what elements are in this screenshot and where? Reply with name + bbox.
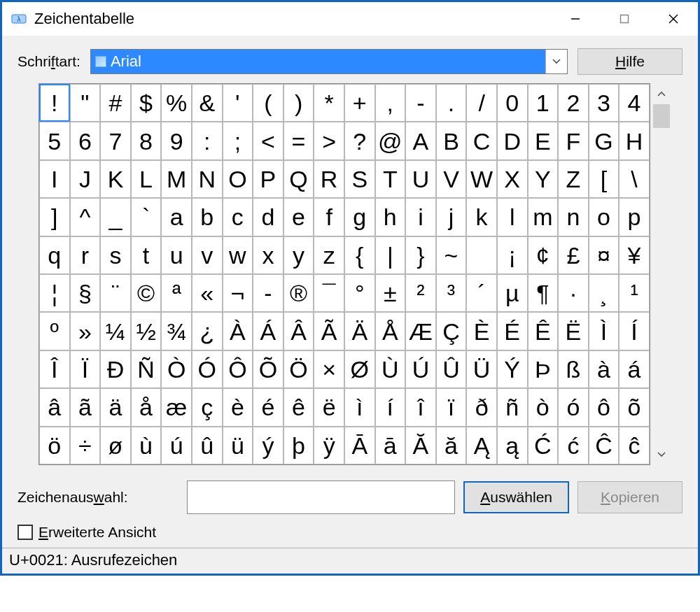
- character-cell[interactable]: \: [619, 160, 650, 198]
- character-cell[interactable]: v: [192, 236, 223, 274]
- character-cell[interactable]: õ: [619, 388, 650, 426]
- character-cell[interactable]: ;: [223, 122, 253, 159]
- character-cell[interactable]: ¿: [192, 312, 223, 350]
- character-cell[interactable]: <: [253, 122, 284, 159]
- chevron-down-icon[interactable]: [545, 50, 567, 73]
- character-cell[interactable]: ¬: [223, 274, 253, 312]
- character-cell[interactable]: :: [192, 122, 223, 159]
- character-cell[interactable]: ¡: [497, 236, 528, 274]
- character-cell[interactable]: ­-: [253, 274, 284, 312]
- character-cell[interactable]: Ó: [192, 350, 223, 388]
- character-cell[interactable]: û: [192, 427, 223, 464]
- character-cell[interactable]: ô: [589, 388, 620, 426]
- character-cell[interactable]: Y: [528, 160, 559, 198]
- advanced-label[interactable]: Erweiterte Ansicht: [38, 524, 156, 541]
- scroll-down-icon[interactable]: [652, 444, 671, 465]
- character-cell[interactable]: U: [405, 160, 436, 198]
- character-cell[interactable]: ò: [528, 388, 559, 426]
- character-cell[interactable]: ą: [497, 427, 528, 464]
- scroll-track[interactable]: [652, 104, 671, 444]
- character-cell[interactable]: ¶: [528, 274, 559, 312]
- character-cell[interactable]: K: [100, 160, 131, 198]
- character-cell[interactable]: á: [619, 350, 650, 388]
- character-cell[interactable]: ¸: [589, 274, 620, 312]
- character-cell[interactable]: M: [161, 160, 192, 198]
- character-cell[interactable]: @: [375, 122, 406, 159]
- character-cell[interactable]: Î: [39, 350, 70, 388]
- selection-input[interactable]: [187, 481, 455, 514]
- character-cell[interactable]: D: [497, 122, 528, 159]
- character-cell[interactable]: ": [70, 84, 101, 122]
- character-cell[interactable]: ×: [314, 350, 344, 388]
- character-cell[interactable]: w: [223, 236, 253, 274]
- character-cell[interactable]: ±: [375, 274, 406, 312]
- character-cell[interactable]: f: [314, 198, 344, 236]
- character-cell[interactable]: c: [223, 198, 253, 236]
- character-cell[interactable]: s: [100, 236, 131, 274]
- character-cell[interactable]: ©: [131, 274, 162, 312]
- character-cell[interactable]: §: [70, 274, 101, 312]
- character-cell[interactable]: Ç: [436, 312, 467, 350]
- copy-button[interactable]: Kopieren: [578, 481, 682, 513]
- character-cell[interactable]: 3: [589, 84, 620, 122]
- character-cell[interactable]: E: [528, 122, 559, 159]
- character-cell[interactable]: þ: [284, 427, 314, 464]
- character-cell[interactable]: Ï: [70, 350, 101, 388]
- character-cell[interactable]: |: [375, 236, 406, 274]
- character-cell[interactable]: ÿ: [314, 427, 344, 464]
- character-cell[interactable]: ä: [100, 388, 131, 426]
- character-cell[interactable]: Ą: [466, 427, 497, 464]
- character-cell[interactable]: T: [375, 160, 406, 198]
- character-cell[interactable]: Å: [375, 312, 406, 350]
- character-cell[interactable]: ): [284, 84, 314, 122]
- character-cell[interactable]: N: [192, 160, 223, 198]
- character-cell[interactable]: ý: [253, 427, 284, 464]
- character-cell[interactable]: C: [466, 122, 497, 159]
- character-cell[interactable]: 2: [558, 84, 589, 122]
- character-cell[interactable]: F: [558, 122, 589, 159]
- character-cell[interactable]: A: [405, 122, 436, 159]
- character-cell[interactable]: â: [39, 388, 70, 426]
- character-cell[interactable]: 4: [619, 84, 650, 122]
- character-cell[interactable]: V: [436, 160, 467, 198]
- character-cell[interactable]: #: [100, 84, 131, 122]
- character-cell[interactable]: 0: [497, 84, 528, 122]
- character-cell[interactable]: R: [314, 160, 344, 198]
- character-cell[interactable]: æ: [161, 388, 192, 426]
- character-cell[interactable]: ·: [558, 274, 589, 312]
- character-cell[interactable]: «: [192, 274, 223, 312]
- character-cell[interactable]: 9: [161, 122, 192, 159]
- character-cell[interactable]: Ý: [497, 350, 528, 388]
- character-cell[interactable]: (: [253, 84, 284, 122]
- character-cell[interactable]: $: [131, 84, 162, 122]
- character-cell[interactable]: Ă: [405, 427, 436, 464]
- character-cell[interactable]: Á: [253, 312, 284, 350]
- character-cell[interactable]: k: [466, 198, 497, 236]
- character-cell[interactable]: ®: [284, 274, 314, 312]
- character-cell[interactable]: 5: [39, 122, 70, 159]
- character-cell[interactable]: Û: [436, 350, 467, 388]
- character-cell[interactable]: Ā: [344, 427, 375, 464]
- character-cell[interactable]: u: [161, 236, 192, 274]
- character-cell[interactable]: ð: [466, 388, 497, 426]
- character-cell[interactable]: ã: [70, 388, 101, 426]
- character-cell[interactable]: J: [70, 160, 101, 198]
- character-cell[interactable]: z: [314, 236, 344, 274]
- minimize-button[interactable]: [551, 2, 600, 36]
- scroll-up-icon[interactable]: [652, 83, 671, 104]
- character-cell[interactable]: ¨: [100, 274, 131, 312]
- character-cell[interactable]: [466, 236, 497, 274]
- character-cell[interactable]: ¥: [619, 236, 650, 274]
- character-cell[interactable]: j: [436, 198, 467, 236]
- character-cell[interactable]: H: [619, 122, 650, 159]
- character-cell[interactable]: ß: [558, 350, 589, 388]
- character-cell[interactable]: ü: [223, 427, 253, 464]
- character-cell[interactable]: Ê: [528, 312, 559, 350]
- advanced-checkbox[interactable]: [18, 525, 33, 540]
- scrollbar[interactable]: [652, 83, 671, 465]
- character-cell[interactable]: ö: [39, 427, 70, 464]
- character-cell[interactable]: Ô: [223, 350, 253, 388]
- character-cell[interactable]: I: [39, 160, 70, 198]
- character-cell[interactable]: Ú: [405, 350, 436, 388]
- character-cell[interactable]: Ò: [161, 350, 192, 388]
